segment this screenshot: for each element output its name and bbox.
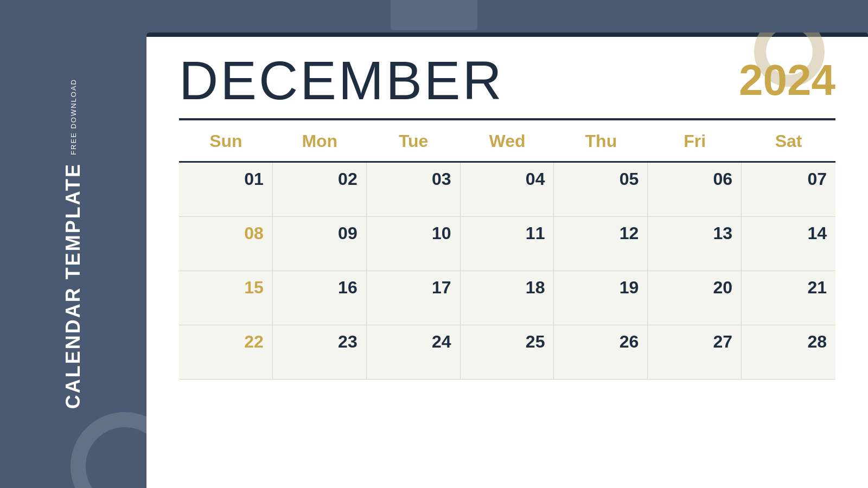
- deco-rect-top: [391, 0, 477, 30]
- cell-11: 11: [461, 217, 554, 271]
- cell-17: 17: [367, 271, 461, 325]
- cell-20: 20: [648, 271, 742, 325]
- cell-10: 10: [367, 217, 461, 271]
- cell-19: 19: [554, 271, 648, 325]
- calendar-card: DECEMBER 2024 Sun Mon Tue Wed Thu Fri Sa…: [146, 33, 868, 488]
- cell-14: 14: [742, 217, 835, 271]
- cell-06: 06: [648, 163, 742, 217]
- cell-26: 26: [554, 325, 648, 380]
- cell-08: 08: [179, 217, 273, 271]
- cell-02: 02: [273, 163, 367, 217]
- cell-18: 18: [461, 271, 554, 325]
- cell-12: 12: [554, 217, 648, 271]
- sidebar-text-wrapper: FREE DOWNLOAD CALENDAR TEMPLATE: [62, 79, 85, 409]
- day-header-sat: Sat: [742, 120, 835, 161]
- cell-23: 23: [273, 325, 367, 380]
- day-header-fri: Fri: [648, 120, 742, 161]
- cell-22: 22: [179, 325, 273, 380]
- cell-01: 01: [179, 163, 273, 217]
- sidebar-calendar-template-label: CALENDAR TEMPLATE: [62, 163, 85, 409]
- day-header-sun: Sun: [179, 120, 273, 161]
- cell-05: 05: [554, 163, 648, 217]
- sidebar-free-download-label: FREE DOWNLOAD: [69, 79, 78, 155]
- cell-27: 27: [648, 325, 742, 380]
- cell-04: 04: [461, 163, 554, 217]
- cell-07: 07: [742, 163, 835, 217]
- day-header-thu: Thu: [554, 120, 648, 161]
- calendar-grid: 01 02 03 04 05 06 07 08 09 10 11 12 13 1…: [179, 163, 835, 380]
- day-header-mon: Mon: [273, 120, 367, 161]
- cell-13: 13: [648, 217, 742, 271]
- month-title: DECEMBER: [179, 53, 504, 107]
- cell-21: 21: [742, 271, 835, 325]
- day-header-wed: Wed: [461, 120, 554, 161]
- cell-24: 24: [367, 325, 461, 380]
- day-header-tue: Tue: [367, 120, 461, 161]
- day-headers-row: Sun Mon Tue Wed Thu Fri Sat: [179, 120, 835, 163]
- calendar-header: DECEMBER 2024: [146, 37, 868, 118]
- year-title: 2024: [739, 59, 835, 102]
- cell-28: 28: [742, 325, 835, 380]
- cell-25: 25: [461, 325, 554, 380]
- cell-09: 09: [273, 217, 367, 271]
- cell-03: 03: [367, 163, 461, 217]
- sidebar: FREE DOWNLOAD CALENDAR TEMPLATE: [0, 0, 146, 488]
- page-wrapper: FREE DOWNLOAD CALENDAR TEMPLATE DECEMBER…: [0, 0, 868, 488]
- cell-16: 16: [273, 271, 367, 325]
- cell-15: 15: [179, 271, 273, 325]
